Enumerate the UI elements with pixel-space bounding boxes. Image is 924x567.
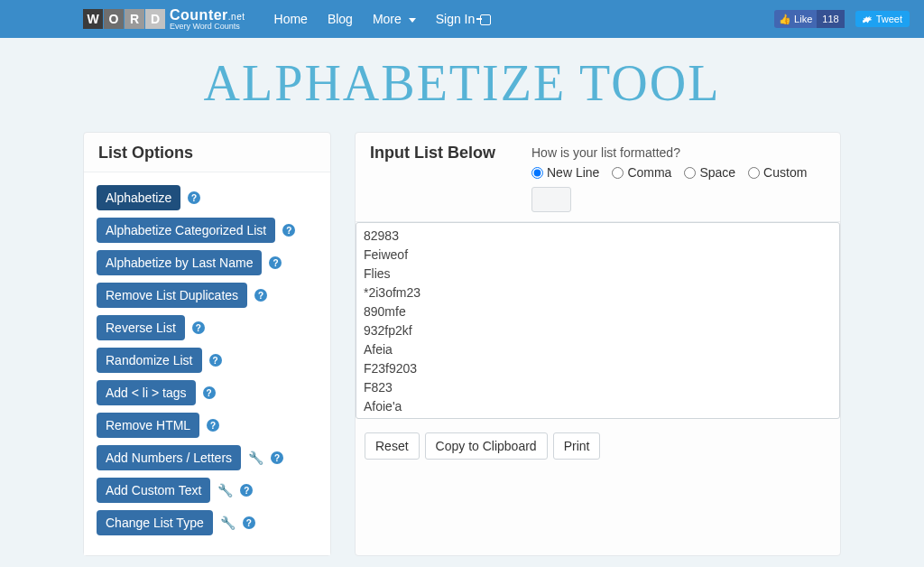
- help-icon[interactable]: ?: [207, 419, 219, 432]
- brand-tile-d: D: [145, 9, 165, 29]
- caret-down-icon: [409, 18, 416, 23]
- option-button[interactable]: Change List Type: [97, 510, 213, 535]
- option-button[interactable]: Randomize List: [97, 348, 202, 373]
- list-options-body: Alphabetize?Alphabetize Categorized List…: [84, 172, 330, 555]
- fb-like-label: Like: [794, 14, 812, 24]
- brand-text: Counter.net Every Word Counts: [170, 8, 245, 31]
- option-button[interactable]: Add Custom Text: [97, 478, 210, 503]
- nav-signin-label: Sign In: [436, 12, 476, 26]
- wrench-icon[interactable]: 🔧: [248, 451, 263, 465]
- signin-icon: [480, 14, 491, 25]
- format-space-radio[interactable]: [684, 167, 696, 179]
- list-textarea[interactable]: [356, 222, 840, 419]
- wrench-icon[interactable]: 🔧: [220, 516, 236, 530]
- option-row: Alphabetize by Last Name?: [97, 250, 318, 275]
- brand-tiles: W O R D: [83, 9, 166, 29]
- format-custom-radio[interactable]: [748, 167, 760, 179]
- facebook-like-button[interactable]: 👍 Like 118: [774, 10, 845, 28]
- option-button[interactable]: Add Numbers / Letters: [97, 445, 241, 470]
- input-panel: Input List Below How is your list format…: [355, 132, 841, 556]
- list-wrap: [356, 222, 840, 422]
- help-icon[interactable]: ?: [243, 516, 255, 529]
- option-row: Add < li > tags?: [97, 380, 318, 405]
- reset-button[interactable]: Reset: [365, 432, 420, 460]
- brand-tagline: Every Word Counts: [170, 23, 245, 31]
- help-icon[interactable]: ?: [269, 256, 282, 269]
- wrench-icon[interactable]: 🔧: [217, 483, 233, 497]
- input-panel-heading: Input List Below How is your list format…: [356, 133, 840, 222]
- help-icon[interactable]: ?: [209, 354, 222, 367]
- option-button[interactable]: Remove HTML: [97, 413, 199, 438]
- option-row: Add Custom Text🔧?: [97, 478, 318, 503]
- action-row: Reset Copy to Clipboard Print: [356, 422, 840, 472]
- copy-button[interactable]: Copy to Clipboard: [425, 432, 548, 460]
- fb-like-count: 118: [817, 10, 844, 28]
- main-wrap: List Options Alphabetize?Alphabetize Cat…: [0, 132, 924, 556]
- list-options-heading: List Options: [84, 133, 330, 172]
- brand-tile-r: R: [125, 9, 144, 29]
- input-panel-title: Input List Below: [370, 144, 495, 163]
- option-row: Add Numbers / Letters🔧?: [97, 445, 318, 470]
- format-space-label: Space: [699, 165, 735, 180]
- list-options-panel: List Options Alphabetize?Alphabetize Cat…: [83, 132, 331, 556]
- page-title: ALPHABETIZE TOOL: [0, 54, 924, 112]
- format-question: How is your list formatted?: [531, 145, 807, 160]
- format-newline[interactable]: New Line: [531, 165, 599, 180]
- list-options-title: List Options: [98, 144, 316, 163]
- format-comma-label: Comma: [627, 165, 671, 180]
- tweet-button[interactable]: Tweet: [855, 11, 910, 27]
- nav-right: 👍 Like 118 Tweet: [774, 10, 910, 28]
- format-custom[interactable]: Custom: [748, 165, 807, 180]
- nav-more[interactable]: More: [373, 12, 416, 26]
- option-button[interactable]: Alphabetize Categorized List: [97, 218, 275, 243]
- option-row: Randomize List?: [97, 348, 318, 373]
- option-button[interactable]: Reverse List: [97, 315, 185, 340]
- brand-tile-o: O: [104, 9, 124, 29]
- format-space[interactable]: Space: [684, 165, 735, 180]
- help-icon[interactable]: ?: [282, 224, 295, 237]
- thumb-up-icon: 👍 Like: [774, 14, 817, 25]
- help-icon[interactable]: ?: [188, 191, 200, 204]
- help-icon[interactable]: ?: [254, 289, 267, 302]
- option-row: Alphabetize Categorized List?: [97, 218, 318, 243]
- option-row: Remove List Duplicates?: [97, 283, 318, 308]
- brand-logo[interactable]: W O R D Counter.net Every Word Counts: [83, 8, 245, 31]
- custom-separator-input[interactable]: [531, 187, 571, 212]
- option-button[interactable]: Alphabetize: [97, 185, 180, 210]
- top-navbar: W O R D Counter.net Every Word Counts Ho…: [0, 0, 924, 38]
- format-custom-label: Custom: [763, 165, 807, 180]
- nav-signin[interactable]: Sign In: [436, 12, 492, 26]
- help-icon[interactable]: ?: [192, 321, 205, 334]
- option-row: Remove HTML?: [97, 413, 318, 438]
- format-comma-radio[interactable]: [612, 167, 624, 179]
- format-comma[interactable]: Comma: [612, 165, 671, 180]
- format-options: New Line Comma Space Custom: [531, 165, 807, 180]
- help-icon[interactable]: ?: [271, 451, 283, 464]
- format-newline-radio[interactable]: [531, 167, 543, 179]
- brand-suffix: .net: [228, 12, 245, 22]
- option-button[interactable]: Alphabetize by Last Name: [97, 250, 262, 275]
- twitter-bird-icon: [863, 15, 873, 23]
- format-block: How is your list formatted? New Line Com…: [531, 144, 807, 212]
- nav-blog[interactable]: Blog: [328, 12, 353, 26]
- nav-home[interactable]: Home: [274, 12, 308, 26]
- format-newline-label: New Line: [547, 165, 599, 180]
- help-icon[interactable]: ?: [203, 386, 216, 399]
- print-button[interactable]: Print: [553, 432, 601, 460]
- nav-more-label: More: [373, 12, 402, 26]
- option-row: Alphabetize?: [97, 185, 318, 210]
- tweet-label: Tweet: [876, 14, 902, 24]
- option-row: Reverse List?: [97, 315, 318, 340]
- option-button[interactable]: Add < li > tags: [97, 380, 196, 405]
- help-icon[interactable]: ?: [240, 484, 253, 497]
- option-row: Change List Type🔧?: [97, 510, 318, 535]
- option-button[interactable]: Remove List Duplicates: [97, 283, 247, 308]
- nav-links: Home Blog More Sign In: [274, 12, 492, 26]
- brand-main: Counter: [170, 7, 228, 23]
- brand-tile-w: W: [83, 9, 103, 29]
